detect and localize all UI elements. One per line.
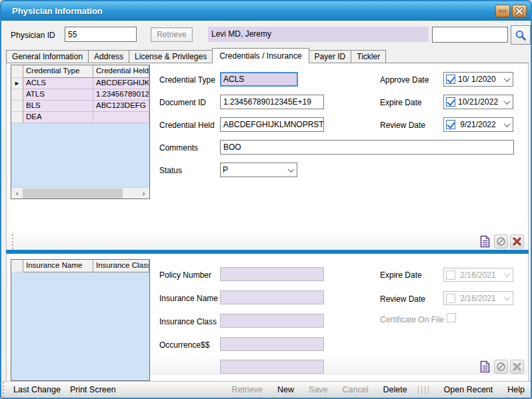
cell-credential-held[interactable]: 1.2345678901234: [93, 89, 149, 101]
status-bar: Last Change Print Screen Retrieve New Sa…: [1, 381, 531, 398]
tab-general-information[interactable]: General Information: [6, 50, 89, 63]
insurance-review-date-label: Review Date: [380, 294, 425, 304]
new-button[interactable]: New: [277, 385, 294, 394]
scrollbar-thumb[interactable]: [23, 189, 123, 199]
delete-button[interactable]: Delete: [383, 385, 407, 394]
tab-address[interactable]: Address: [89, 50, 129, 63]
toolstrip-grip[interactable]: [12, 234, 13, 249]
chevron-down-icon: [504, 270, 511, 277]
certificate-on-file-checkbox: [447, 313, 456, 322]
policy-number-label: Policy Number: [159, 270, 211, 280]
tab-strip: General Information Address License & Pr…: [6, 48, 386, 63]
occurrence-field: [220, 337, 324, 351]
chevron-down-icon: [504, 294, 511, 300]
close-icon: [515, 7, 523, 15]
column-header-insurance-class[interactable]: Insurance Class: [93, 260, 149, 272]
credential-held-field[interactable]: ABCDEFGHIJKLMNOPRSTU: [220, 117, 324, 132]
credentials-grid[interactable]: Credential Type Credential Held ► ACLS A…: [11, 65, 150, 199]
title-bar: Physician Information: [1, 1, 531, 21]
credential-type-field[interactable]: ACLS: [220, 72, 298, 87]
delete-x-icon-disabled: [512, 362, 522, 372]
expire-date-value: 10/21/2022: [458, 97, 502, 107]
column-header-credential-held[interactable]: Credential Held: [93, 65, 149, 78]
insurance-expire-date-picker: 2/16/2021: [443, 268, 513, 282]
tab-tickler[interactable]: Tickler: [351, 50, 386, 63]
cell-credential-held[interactable]: [93, 112, 149, 123]
review-date-checkbox[interactable]: [446, 120, 455, 129]
tab-credentials-insurance[interactable]: Credentials / Insurance: [212, 48, 309, 63]
expire-date-picker[interactable]: 10/21/2022: [443, 95, 513, 109]
row-selector: [11, 89, 23, 101]
review-date-label: Review Date: [380, 121, 425, 130]
credentials-grid-header: Credential Type Credential Held: [11, 65, 149, 78]
separator: [418, 386, 429, 394]
insurance-expire-value: 2/16/2021: [458, 270, 502, 280]
cell-credential-type[interactable]: BLS: [23, 101, 93, 112]
horizontal-scrollbar[interactable]: ‹ ›: [11, 187, 149, 199]
status-label: Status: [159, 166, 182, 175]
print-screen-button[interactable]: Print Screen: [70, 385, 116, 394]
physician-information-window: Physician Information Physician ID Retri…: [0, 0, 532, 399]
cell-credential-type[interactable]: ATLS: [23, 89, 93, 101]
close-button[interactable]: [512, 5, 527, 17]
new-insurance-button[interactable]: [478, 360, 492, 374]
cell-credential-held[interactable]: ABCDEFGHIJKLM: [93, 78, 149, 89]
delete-insurance-button: [510, 360, 524, 374]
insurance-review-value: 2/16/2021: [458, 294, 502, 303]
tab-license-privileges[interactable]: License & Privileges: [129, 50, 213, 63]
prohibited-icon: [496, 362, 506, 372]
table-row[interactable]: ► ACLS ABCDEFGHIJKLM: [11, 78, 149, 89]
insurance-review-checkbox: [446, 294, 455, 303]
table-row[interactable]: BLS ABC123DEFG: [11, 101, 149, 112]
grid-selector-header: [11, 260, 23, 272]
approve-date-checkbox[interactable]: [446, 75, 455, 84]
table-row[interactable]: DEA: [11, 112, 149, 123]
occurrence-label: Occurrence$$: [159, 340, 209, 350]
cell-credential-held[interactable]: ABC123DEFG: [93, 101, 149, 112]
delete-record-button[interactable]: [510, 234, 524, 248]
section-splitter[interactable]: [6, 250, 529, 254]
insurance-expire-date-label: Expire Date: [380, 270, 422, 280]
column-header-insurance-name[interactable]: Insurance Name: [23, 260, 93, 272]
minimize-icon: [499, 10, 506, 12]
document-icon: [479, 235, 491, 248]
cell-credential-type[interactable]: ACLS: [23, 78, 93, 89]
search-button[interactable]: [511, 25, 531, 45]
certificate-on-file-label: Certificate On File: [380, 315, 444, 324]
open-recent-button[interactable]: Open Recent: [444, 385, 493, 394]
new-record-button[interactable]: [478, 234, 492, 248]
retrieve-button[interactable]: Retrieve: [151, 27, 193, 42]
insurance-class-field: [220, 314, 324, 328]
insurance-name-label: Insurance Name: [159, 294, 218, 303]
insurance-grid[interactable]: Insurance Name Insurance Class: [11, 259, 150, 381]
comments-field[interactable]: BOO: [220, 140, 514, 155]
disable-record-button: [494, 234, 508, 248]
insurance-review-date-picker: 2/16/2021: [443, 291, 513, 305]
grid-selector-header: [11, 65, 23, 78]
column-header-credential-type[interactable]: Credential Type: [23, 65, 93, 78]
scroll-left-icon[interactable]: ‹: [11, 188, 23, 199]
approve-date-picker[interactable]: 10/ 1/2020: [443, 72, 513, 87]
expire-date-label: Expire Date: [380, 98, 422, 107]
tab-payer-id[interactable]: Payer ID: [309, 50, 352, 63]
status-dropdown[interactable]: P: [220, 163, 297, 177]
search-input[interactable]: [432, 27, 508, 43]
physician-id-input[interactable]: [65, 27, 137, 42]
help-button[interactable]: Help: [507, 385, 525, 394]
minimize-button[interactable]: [495, 5, 510, 17]
window-title: Physician Information: [12, 6, 103, 16]
chevron-down-icon: [504, 121, 511, 127]
approve-date-label: Approve Date: [380, 75, 429, 85]
cell-credential-type[interactable]: DEA: [23, 112, 93, 123]
disable-insurance-button: [494, 360, 508, 374]
last-change-button[interactable]: Last Change: [13, 385, 61, 394]
save-button: Save: [309, 385, 328, 394]
review-date-picker[interactable]: 9/21/2022: [443, 117, 513, 132]
expire-date-checkbox[interactable]: [446, 97, 455, 107]
table-row[interactable]: ATLS 1.2345678901234: [11, 89, 149, 101]
delete-x-icon: [512, 236, 522, 246]
cancel-button: Cancel: [343, 385, 369, 394]
scroll-right-icon[interactable]: ›: [138, 188, 149, 199]
statusbar-grip[interactable]: [3, 382, 4, 397]
document-id-field[interactable]: 1.23456789012345E+19: [220, 95, 324, 109]
